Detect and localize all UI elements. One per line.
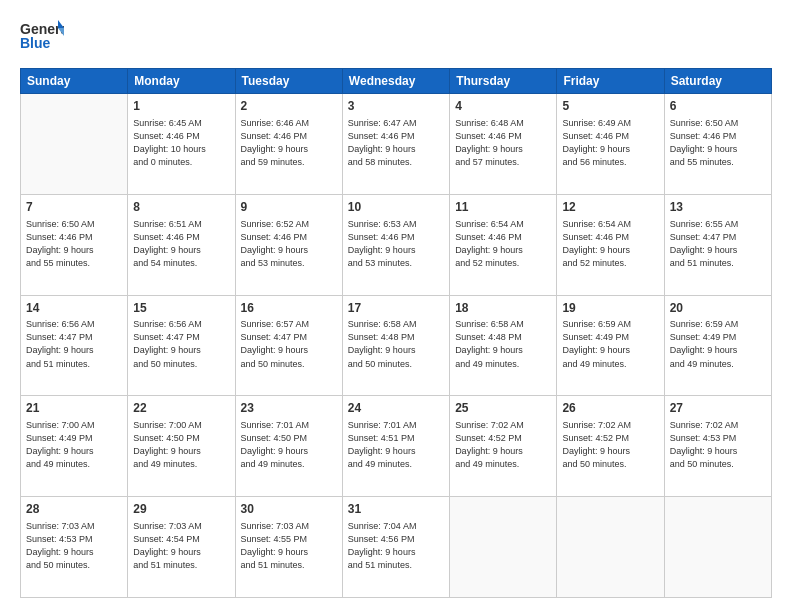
calendar-table: SundayMondayTuesdayWednesdayThursdayFrid…	[20, 68, 772, 598]
day-info: Sunrise: 6:51 AMSunset: 4:46 PMDaylight:…	[133, 218, 229, 270]
day-info: Sunrise: 7:04 AMSunset: 4:56 PMDaylight:…	[348, 520, 444, 572]
day-info: Sunrise: 6:55 AMSunset: 4:47 PMDaylight:…	[670, 218, 766, 270]
day-info: Sunrise: 7:00 AMSunset: 4:49 PMDaylight:…	[26, 419, 122, 471]
day-number: 31	[348, 501, 444, 518]
day-number: 8	[133, 199, 229, 216]
day-info: Sunrise: 7:02 AMSunset: 4:52 PMDaylight:…	[455, 419, 551, 471]
day-info: Sunrise: 7:03 AMSunset: 4:54 PMDaylight:…	[133, 520, 229, 572]
day-number: 3	[348, 98, 444, 115]
day-info: Sunrise: 6:58 AMSunset: 4:48 PMDaylight:…	[455, 318, 551, 370]
calendar-day-cell: 19Sunrise: 6:59 AMSunset: 4:49 PMDayligh…	[557, 295, 664, 396]
calendar-day-cell: 18Sunrise: 6:58 AMSunset: 4:48 PMDayligh…	[450, 295, 557, 396]
weekday-header: Friday	[557, 69, 664, 94]
day-info: Sunrise: 7:02 AMSunset: 4:53 PMDaylight:…	[670, 419, 766, 471]
day-info: Sunrise: 6:54 AMSunset: 4:46 PMDaylight:…	[562, 218, 658, 270]
day-info: Sunrise: 6:59 AMSunset: 4:49 PMDaylight:…	[562, 318, 658, 370]
day-number: 28	[26, 501, 122, 518]
day-info: Sunrise: 7:03 AMSunset: 4:53 PMDaylight:…	[26, 520, 122, 572]
day-number: 18	[455, 300, 551, 317]
logo-icon: General Blue	[20, 18, 64, 58]
day-number: 22	[133, 400, 229, 417]
calendar-week-row: 7Sunrise: 6:50 AMSunset: 4:46 PMDaylight…	[21, 194, 772, 295]
calendar-week-row: 1Sunrise: 6:45 AMSunset: 4:46 PMDaylight…	[21, 94, 772, 195]
page: General Blue SundayMondayTuesdayWednesda…	[0, 0, 792, 612]
calendar-day-cell	[664, 497, 771, 598]
calendar-day-cell: 23Sunrise: 7:01 AMSunset: 4:50 PMDayligh…	[235, 396, 342, 497]
day-number: 26	[562, 400, 658, 417]
day-number: 11	[455, 199, 551, 216]
day-info: Sunrise: 6:52 AMSunset: 4:46 PMDaylight:…	[241, 218, 337, 270]
calendar-day-cell: 7Sunrise: 6:50 AMSunset: 4:46 PMDaylight…	[21, 194, 128, 295]
day-number: 5	[562, 98, 658, 115]
calendar-day-cell: 20Sunrise: 6:59 AMSunset: 4:49 PMDayligh…	[664, 295, 771, 396]
day-info: Sunrise: 6:54 AMSunset: 4:46 PMDaylight:…	[455, 218, 551, 270]
calendar-day-cell: 1Sunrise: 6:45 AMSunset: 4:46 PMDaylight…	[128, 94, 235, 195]
day-info: Sunrise: 6:56 AMSunset: 4:47 PMDaylight:…	[26, 318, 122, 370]
day-info: Sunrise: 6:56 AMSunset: 4:47 PMDaylight:…	[133, 318, 229, 370]
day-info: Sunrise: 6:53 AMSunset: 4:46 PMDaylight:…	[348, 218, 444, 270]
day-number: 14	[26, 300, 122, 317]
day-number: 1	[133, 98, 229, 115]
calendar-day-cell: 3Sunrise: 6:47 AMSunset: 4:46 PMDaylight…	[342, 94, 449, 195]
day-number: 24	[348, 400, 444, 417]
calendar-day-cell	[21, 94, 128, 195]
day-info: Sunrise: 6:46 AMSunset: 4:46 PMDaylight:…	[241, 117, 337, 169]
calendar-day-cell	[557, 497, 664, 598]
day-number: 23	[241, 400, 337, 417]
calendar-day-cell	[450, 497, 557, 598]
calendar-day-cell: 30Sunrise: 7:03 AMSunset: 4:55 PMDayligh…	[235, 497, 342, 598]
calendar-day-cell: 27Sunrise: 7:02 AMSunset: 4:53 PMDayligh…	[664, 396, 771, 497]
calendar-day-cell: 17Sunrise: 6:58 AMSunset: 4:48 PMDayligh…	[342, 295, 449, 396]
calendar-day-cell: 26Sunrise: 7:02 AMSunset: 4:52 PMDayligh…	[557, 396, 664, 497]
day-number: 12	[562, 199, 658, 216]
calendar-day-cell: 24Sunrise: 7:01 AMSunset: 4:51 PMDayligh…	[342, 396, 449, 497]
calendar-day-cell: 25Sunrise: 7:02 AMSunset: 4:52 PMDayligh…	[450, 396, 557, 497]
weekday-header: Wednesday	[342, 69, 449, 94]
day-number: 16	[241, 300, 337, 317]
day-number: 4	[455, 98, 551, 115]
day-info: Sunrise: 6:57 AMSunset: 4:47 PMDaylight:…	[241, 318, 337, 370]
day-info: Sunrise: 7:02 AMSunset: 4:52 PMDaylight:…	[562, 419, 658, 471]
calendar-day-cell: 9Sunrise: 6:52 AMSunset: 4:46 PMDaylight…	[235, 194, 342, 295]
calendar-day-cell: 12Sunrise: 6:54 AMSunset: 4:46 PMDayligh…	[557, 194, 664, 295]
weekday-header: Monday	[128, 69, 235, 94]
logo: General Blue	[20, 18, 64, 58]
day-info: Sunrise: 6:50 AMSunset: 4:46 PMDaylight:…	[26, 218, 122, 270]
day-number: 9	[241, 199, 337, 216]
day-number: 19	[562, 300, 658, 317]
calendar-day-cell: 16Sunrise: 6:57 AMSunset: 4:47 PMDayligh…	[235, 295, 342, 396]
calendar-day-cell: 8Sunrise: 6:51 AMSunset: 4:46 PMDaylight…	[128, 194, 235, 295]
day-info: Sunrise: 6:50 AMSunset: 4:46 PMDaylight:…	[670, 117, 766, 169]
day-number: 7	[26, 199, 122, 216]
calendar-day-cell: 5Sunrise: 6:49 AMSunset: 4:46 PMDaylight…	[557, 94, 664, 195]
weekday-header: Tuesday	[235, 69, 342, 94]
day-info: Sunrise: 7:01 AMSunset: 4:50 PMDaylight:…	[241, 419, 337, 471]
calendar-day-cell: 4Sunrise: 6:48 AMSunset: 4:46 PMDaylight…	[450, 94, 557, 195]
day-number: 21	[26, 400, 122, 417]
calendar-week-row: 28Sunrise: 7:03 AMSunset: 4:53 PMDayligh…	[21, 497, 772, 598]
day-number: 17	[348, 300, 444, 317]
day-number: 2	[241, 98, 337, 115]
calendar-day-cell: 28Sunrise: 7:03 AMSunset: 4:53 PMDayligh…	[21, 497, 128, 598]
day-info: Sunrise: 6:45 AMSunset: 4:46 PMDaylight:…	[133, 117, 229, 169]
calendar-day-cell: 10Sunrise: 6:53 AMSunset: 4:46 PMDayligh…	[342, 194, 449, 295]
day-number: 27	[670, 400, 766, 417]
day-number: 15	[133, 300, 229, 317]
day-number: 6	[670, 98, 766, 115]
calendar-week-row: 14Sunrise: 6:56 AMSunset: 4:47 PMDayligh…	[21, 295, 772, 396]
calendar-day-cell: 14Sunrise: 6:56 AMSunset: 4:47 PMDayligh…	[21, 295, 128, 396]
calendar-day-cell: 21Sunrise: 7:00 AMSunset: 4:49 PMDayligh…	[21, 396, 128, 497]
day-info: Sunrise: 6:48 AMSunset: 4:46 PMDaylight:…	[455, 117, 551, 169]
weekday-header: Thursday	[450, 69, 557, 94]
day-info: Sunrise: 7:01 AMSunset: 4:51 PMDaylight:…	[348, 419, 444, 471]
calendar-day-cell: 15Sunrise: 6:56 AMSunset: 4:47 PMDayligh…	[128, 295, 235, 396]
day-info: Sunrise: 6:58 AMSunset: 4:48 PMDaylight:…	[348, 318, 444, 370]
calendar-header-row: SundayMondayTuesdayWednesdayThursdayFrid…	[21, 69, 772, 94]
calendar-day-cell: 2Sunrise: 6:46 AMSunset: 4:46 PMDaylight…	[235, 94, 342, 195]
calendar-day-cell: 29Sunrise: 7:03 AMSunset: 4:54 PMDayligh…	[128, 497, 235, 598]
day-info: Sunrise: 6:59 AMSunset: 4:49 PMDaylight:…	[670, 318, 766, 370]
weekday-header: Sunday	[21, 69, 128, 94]
calendar-day-cell: 22Sunrise: 7:00 AMSunset: 4:50 PMDayligh…	[128, 396, 235, 497]
day-info: Sunrise: 6:49 AMSunset: 4:46 PMDaylight:…	[562, 117, 658, 169]
calendar-day-cell: 11Sunrise: 6:54 AMSunset: 4:46 PMDayligh…	[450, 194, 557, 295]
